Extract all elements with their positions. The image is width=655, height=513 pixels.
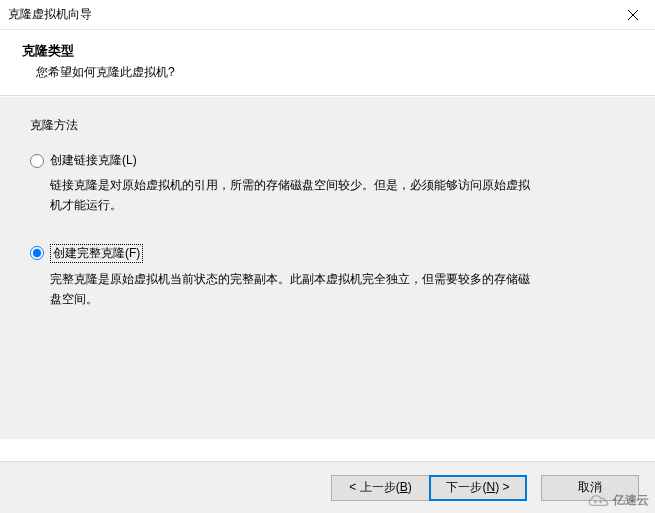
cancel-button[interactable]: 取消 bbox=[541, 475, 639, 501]
button-bar: < 上一步(B) 下一步(N) > 取消 bbox=[0, 461, 655, 513]
next-button[interactable]: 下一步(N) > bbox=[429, 475, 527, 501]
window-title: 克隆虚拟机向导 bbox=[8, 6, 92, 23]
close-icon bbox=[628, 10, 638, 20]
content-area: 克隆方法 创建链接克隆(L) 链接克隆是对原始虚拟机的引用，所需的存储磁盘空间较… bbox=[0, 96, 655, 439]
radio-full-label[interactable]: 创建完整克隆(F) bbox=[50, 244, 143, 263]
header-panel: 克隆类型 您希望如何克隆此虚拟机? bbox=[0, 30, 655, 96]
radio-linked-clone[interactable] bbox=[30, 154, 44, 168]
section-label: 克隆方法 bbox=[30, 117, 625, 134]
back-button[interactable]: < 上一步(B) bbox=[331, 475, 429, 501]
close-button[interactable] bbox=[610, 0, 655, 30]
radio-option-linked: 创建链接克隆(L) 链接克隆是对原始虚拟机的引用，所需的存储磁盘空间较少。但是，… bbox=[30, 152, 625, 216]
radio-full-clone[interactable] bbox=[30, 246, 44, 260]
page-subtitle: 您希望如何克隆此虚拟机? bbox=[36, 64, 633, 81]
radio-option-full: 创建完整克隆(F) 完整克隆是原始虚拟机当前状态的完整副本。此副本虚拟机完全独立… bbox=[30, 244, 625, 310]
titlebar: 克隆虚拟机向导 bbox=[0, 0, 655, 30]
page-title: 克隆类型 bbox=[22, 42, 633, 60]
clone-method-group: 创建链接克隆(L) 链接克隆是对原始虚拟机的引用，所需的存储磁盘空间较少。但是，… bbox=[30, 152, 625, 310]
radio-linked-desc: 链接克隆是对原始虚拟机的引用，所需的存储磁盘空间较少。但是，必须能够访问原始虚拟… bbox=[50, 175, 530, 216]
radio-linked-label[interactable]: 创建链接克隆(L) bbox=[50, 152, 137, 169]
radio-full-desc: 完整克隆是原始虚拟机当前状态的完整副本。此副本虚拟机完全独立，但需要较多的存储磁… bbox=[50, 269, 530, 310]
